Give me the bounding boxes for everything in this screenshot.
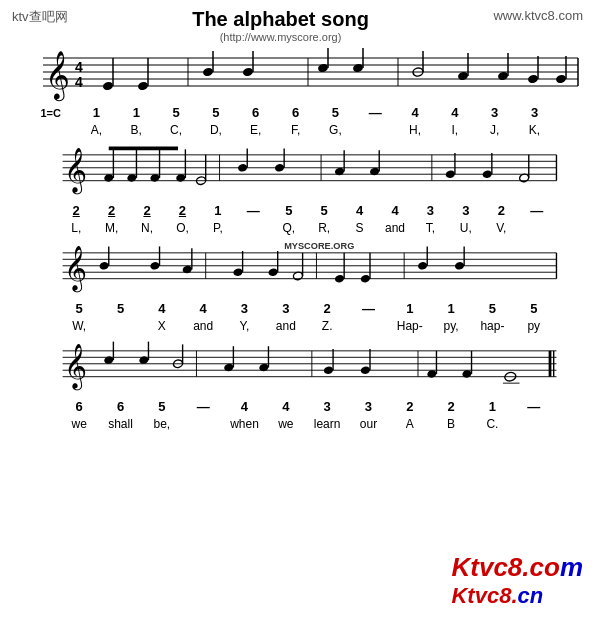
num-2-5: 1 xyxy=(200,203,235,218)
let-2-13: V, xyxy=(484,221,519,235)
let-3-7: Z. xyxy=(306,319,347,333)
num-1-5: 6 xyxy=(236,105,276,120)
num-2-3: 2 xyxy=(129,203,164,218)
num-3-1: 5 xyxy=(59,301,100,316)
let-4-7: learn xyxy=(306,417,347,431)
num-2-9: 4 xyxy=(342,203,377,218)
letters-row-2: L, M, N, O, P, Q, R, S and T, U, V, xyxy=(23,221,573,237)
num-4-1: 6 xyxy=(59,399,100,414)
let-4-8: our xyxy=(348,417,389,431)
svg-point-30 xyxy=(527,74,539,84)
num-2-11: 3 xyxy=(413,203,448,218)
notation-block-2: 2 2 2 2 1 — 5 5 4 4 3 3 2 — L, M, N, O, xyxy=(23,203,573,237)
let-1-12: K, xyxy=(515,123,555,137)
let-2-12: U, xyxy=(448,221,483,235)
svg-point-92 xyxy=(334,274,345,284)
let-2-2: M, xyxy=(94,221,129,235)
notation-block-1: 1=C 1 1 5 5 6 6 5 — 4 4 3 3 A, B, C, D, … xyxy=(23,105,573,139)
svg-point-18 xyxy=(242,67,254,77)
key-label-1: 1=C xyxy=(41,107,77,119)
page: ktv查吧网 The alphabet song (http://www.mys… xyxy=(0,0,595,617)
let-1-6: F, xyxy=(276,123,316,137)
num-4-12: — xyxy=(513,399,554,414)
num-1-7: 5 xyxy=(315,105,355,120)
staff-lines-1: 𝄞 4 4 xyxy=(13,43,583,103)
let-2-11: T, xyxy=(413,221,448,235)
let-2-4: O, xyxy=(165,221,200,235)
let-1-7: G, xyxy=(315,123,355,137)
svg-point-82 xyxy=(149,261,160,271)
num-4-6: 4 xyxy=(265,399,306,414)
let-4-6: we xyxy=(265,417,306,431)
staff-section-2: 𝄞 xyxy=(13,141,583,237)
num-2-13: 2 xyxy=(484,203,519,218)
svg-text:𝄞: 𝄞 xyxy=(45,51,70,102)
num-1-9: 4 xyxy=(395,105,435,120)
num-1-12: 3 xyxy=(515,105,555,120)
numbers-row-2: 2 2 2 2 1 — 5 5 4 4 3 3 2 — xyxy=(23,203,573,221)
svg-point-86 xyxy=(232,267,243,277)
svg-point-57 xyxy=(274,163,285,173)
let-3-6: and xyxy=(265,319,306,333)
num-3-5: 3 xyxy=(224,301,265,316)
svg-point-32 xyxy=(555,74,567,84)
num-1-6: 6 xyxy=(276,105,316,120)
site-left: ktv查吧网 xyxy=(12,8,68,26)
letters-row-4: we shall be, when we learn our A B C. xyxy=(23,417,573,433)
num-2-4: 2 xyxy=(165,203,200,218)
svg-point-16 xyxy=(202,67,214,77)
num-2-12: 3 xyxy=(448,203,483,218)
num-2-14: — xyxy=(519,203,554,218)
num-1-8: — xyxy=(355,105,395,120)
svg-point-98 xyxy=(454,261,465,271)
let-2-9: S xyxy=(342,221,377,235)
let-1-3: C, xyxy=(156,123,196,137)
staff-lines-4: 𝄞 xyxy=(13,337,583,397)
watermark-text2b: cn xyxy=(518,583,544,608)
svg-point-96 xyxy=(417,261,428,271)
let-4-3: be, xyxy=(141,417,182,431)
numbers-row-4: 6 6 5 — 4 4 3 3 2 2 1 — xyxy=(23,399,573,417)
staff-section-1: 𝄞 4 4 xyxy=(13,43,583,139)
header: ktv查吧网 The alphabet song (http://www.mys… xyxy=(0,0,595,43)
num-3-7: 2 xyxy=(306,301,347,316)
num-1-10: 4 xyxy=(435,105,475,120)
let-1-11: J, xyxy=(475,123,515,137)
num-3-2: 5 xyxy=(100,301,141,316)
watermark-text2: Ktvc8. xyxy=(451,583,517,608)
svg-point-94 xyxy=(359,274,370,284)
svg-point-88 xyxy=(267,267,278,277)
svg-point-14 xyxy=(137,81,149,91)
watermark-text1: Ktvc8.co xyxy=(451,552,559,582)
let-1-1: A, xyxy=(77,123,117,137)
svg-point-55 xyxy=(237,163,248,173)
num-4-9: 2 xyxy=(389,399,430,414)
let-2-10: and xyxy=(377,221,412,235)
num-3-10: 1 xyxy=(430,301,471,316)
watermark-line1: Ktvc8.com xyxy=(451,552,583,583)
let-1-10: I, xyxy=(435,123,475,137)
num-3-6: 3 xyxy=(265,301,306,316)
num-4-10: 2 xyxy=(430,399,471,414)
let-4-10: B xyxy=(430,417,471,431)
num-2-6: — xyxy=(236,203,271,218)
let-2-5: P, xyxy=(200,221,235,235)
site-right: www.ktvc8.com xyxy=(493,8,583,23)
numbers-row-3: 5 5 4 4 3 3 2 — 1 1 5 5 xyxy=(23,301,573,319)
num-3-3: 4 xyxy=(141,301,182,316)
svg-text:MYSCORE.ORG: MYSCORE.ORG xyxy=(284,241,354,251)
let-3-5: Y, xyxy=(224,319,265,333)
num-3-11: 5 xyxy=(472,301,513,316)
let-2-7: Q, xyxy=(271,221,306,235)
svg-point-65 xyxy=(481,169,492,179)
num-3-8: — xyxy=(348,301,389,316)
num-4-3: 5 xyxy=(141,399,182,414)
svg-point-63 xyxy=(444,169,455,179)
svg-text:𝄞: 𝄞 xyxy=(64,245,87,293)
header-center: The alphabet song (http://www.myscore.or… xyxy=(68,8,494,43)
notation-block-3: 5 5 4 4 3 3 2 — 1 1 5 5 W, X and Y, and xyxy=(23,301,573,335)
let-1-5: E, xyxy=(236,123,276,137)
let-1-2: B, xyxy=(116,123,156,137)
num-1-1: 1 xyxy=(77,105,117,120)
num-1-11: 3 xyxy=(475,105,515,120)
